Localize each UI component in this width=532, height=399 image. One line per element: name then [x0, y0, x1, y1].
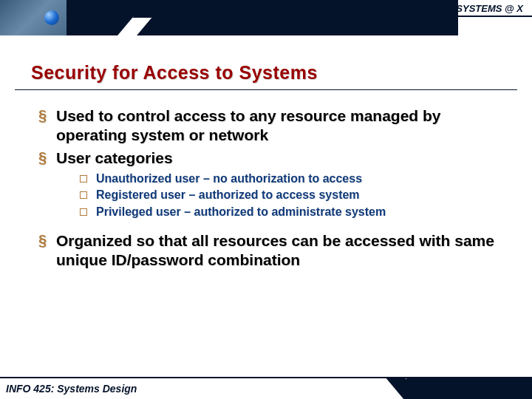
- footer-bar: INFO 425: Systems Design: [0, 377, 532, 399]
- bullet-level2: Unauthorized user – no authorization to …: [80, 171, 502, 187]
- bullet-level1: Organized so that all resources can be a…: [38, 231, 502, 270]
- header-rule: [140, 16, 532, 17]
- slide-content: Used to control access to any resource m…: [0, 90, 532, 270]
- bullet-level1: User categories: [38, 149, 502, 168]
- bullet-level2: Registered user – authorized to access s…: [80, 187, 502, 203]
- bullet-level2: Privileged user – authorized to administ…: [80, 204, 502, 220]
- header-brand: INFORMATION SYSTEMS @ X: [386, 3, 523, 14]
- slide-title: Security for Access to Systems: [31, 62, 532, 83]
- header-bar: INFORMATION SYSTEMS @ X: [0, 0, 532, 35]
- bullet-level1: Used to control access to any resource m…: [38, 106, 502, 146]
- logo-image: [0, 0, 66, 35]
- footer-dark-strip: [406, 378, 532, 399]
- footer-label: INFO 425: Systems Design: [6, 383, 137, 395]
